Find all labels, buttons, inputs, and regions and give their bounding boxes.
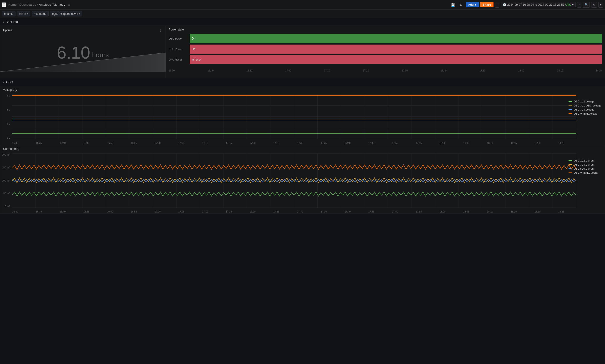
obc-power-bar: On [190,34,602,43]
dpu-power-row: DPU Power Off [169,45,602,54]
time-range-picker[interactable]: 🕐 2024-09-27 16:28:24 to 2024-09-27 18:2… [501,2,576,7]
save-button[interactable]: 💾 [449,2,457,8]
uptime-panel: Uptime ⋮ 6.10 hours [0,26,166,78]
time-range-value: 2024-09-27 16:28:24 to 2024-09-27 18:27:… [507,3,565,6]
obc-collapse-icon: ∨ [2,80,5,84]
current-chart-svg [12,153,576,208]
current-title: Current [mA] [3,147,19,151]
voltages-x-axis: 16:3016:3516:4016:4516:5016:55 17:0017:0… [12,142,564,144]
share-button[interactable]: Share [480,2,493,7]
star-icon[interactable]: ☆ [68,3,70,6]
voltages-panel: Voltages [V] 8 V 6 V 4 V 2 V [0,86,605,145]
obc-power-row: OBC Power On [169,34,602,43]
zoom-out-button[interactable]: 🔍 [583,2,590,8]
filter-hostname-label[interactable]: hostname [32,11,49,16]
current-y-axis: 200 mA 150 mA 100 mA 50 mA 0 mA [0,153,12,208]
time-next-button[interactable]: › [577,2,581,8]
voltages-chart-inner: 8 V 6 V 4 V 2 V [0,92,605,145]
voltages-chart-area: 8 V 6 V 4 V 2 V [0,92,567,145]
power-state-title: Power state [169,28,184,31]
dpu-power-label: DPU Power [169,45,188,54]
refresh-button[interactable]: ↻ [591,2,597,8]
uptime-panel-header: Uptime ⋮ [0,26,165,34]
dpu-reset-row: DPU Reset In reset [169,55,602,64]
current-chart-area: 200 mA 150 mA 100 mA 50 mA 0 mA [0,152,567,213]
settings-button[interactable]: ⚙ [458,2,464,8]
filter-mimir[interactable]: Mimir ▾ [17,11,30,16]
filter-bar: metrics Mimir ▾ hostname egse-753gf3hhrk… [0,10,605,18]
boot-info-section-header[interactable]: ∨ Boot info [0,18,605,26]
breadcrumb-home[interactable]: Home [8,3,17,6]
voltages-panel-header: Voltages [V] [0,86,605,92]
filter-metrics-value: metrics [4,12,13,15]
voltages-y-axis: 8 V 6 V 4 V 2 V [0,94,12,139]
add-button[interactable]: Add ▾ [466,2,479,7]
chevron-down-icon: ▾ [27,13,28,15]
obc-label: OBC [6,80,13,84]
uptime-menu-button[interactable]: ⋮ [158,28,162,33]
timezone-label: UTC [565,3,571,6]
main-content: ∨ Boot info Uptime ⋮ 6.10 hours [0,18,605,214]
chevron-down-icon2: ▾ [79,13,80,15]
obc-section-header[interactable]: ∨ OBC [0,78,605,86]
uptime-chart-svg [0,53,166,72]
dpu-power-bar: Off [190,45,602,54]
filter-hostname-value[interactable]: egse-753gf3hhrkivm ▾ [50,11,82,16]
current-panel-header: Current [mA] [0,145,605,152]
boot-info-panels-row: Uptime ⋮ 6.10 hours [0,26,605,78]
filter-mimir-label: Mimir [19,12,26,15]
voltages-title: Voltages [V] [3,88,18,91]
breadcrumb-dashboards[interactable]: Dashboards [19,3,36,6]
breadcrumb: Home / Dashboards / Antelope Telemetry [8,3,65,6]
uptime-title: Uptime [3,29,12,32]
power-state-panel-header: Power state [166,26,605,32]
top-nav: ☰ Home / Dashboards / Antelope Telemetry… [0,0,605,10]
breadcrumb-sep1: / [18,3,19,6]
filter-metrics[interactable]: metrics [2,11,15,16]
boot-info-label: Boot info [6,20,18,24]
collapse-icon: ∨ [2,20,4,23]
uptime-value-area: 6.10 hours [0,34,165,72]
breadcrumb-sep2: / [37,3,38,6]
power-rows: OBC Power On DPU Power Off DPU Reset In … [166,32,605,67]
dpu-reset-bar: In reset [190,55,602,64]
hamburger-button[interactable]: ☰ [2,2,6,7]
power-state-time-axis: 16:30 16:40 16:50 17:00 17:10 17:20 17:3… [166,68,605,73]
current-chart-inner: 200 mA 150 mA 100 mA 50 mA 0 mA [0,152,605,213]
refresh-dropdown-button[interactable]: ▾ [598,2,603,8]
filter-hostname-device: egse-753gf3hhrkivm [52,12,78,15]
obc-power-label: OBC Power [169,34,188,43]
voltages-chart-svg [12,94,576,139]
current-x-axis: 16:3016:3516:4016:4516:5016:55 17:0017:0… [12,210,564,213]
breadcrumb-current: Antelope Telemetry [39,3,65,6]
nav-right: 💾 ⚙ Add ▾ Share ‹ 🕐 2024-09-27 16:28:24 … [449,2,603,8]
chevron-down-icon: ▾ [572,3,574,6]
filter-hostname-text: hostname [34,12,46,15]
current-panel: Current [mA] 200 mA 150 mA 100 mA 50 mA … [0,145,605,214]
clock-icon: 🕐 [503,3,506,6]
power-state-panel: Power state OBC Power On DPU Power Off D… [166,26,605,78]
time-prev-button[interactable]: ‹ [495,2,499,8]
dpu-reset-label: DPU Reset [169,55,188,64]
